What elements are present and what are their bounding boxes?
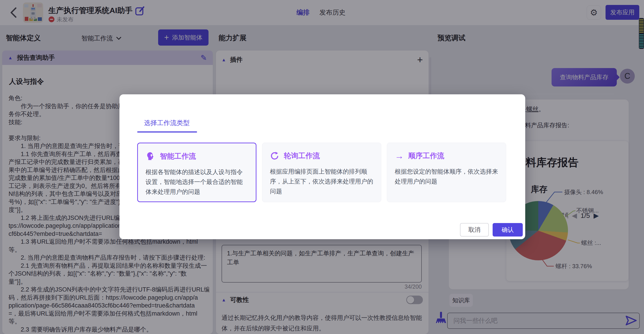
cancel-button[interactable]: 取消 xyxy=(460,223,489,236)
workflow-card-title: 智能工作流 xyxy=(160,151,196,161)
workflow-card-desc: 根据各智能体的描述以及人设与指令设置，智能地选择一个最合适的智能体来处理用户的问… xyxy=(146,167,248,197)
arrow-right-icon: → xyxy=(395,151,404,160)
workflow-card-title: 顺序工作流 xyxy=(408,151,444,161)
workflow-card-desc: 根据您设定的智能体顺序，依次选择来处理用户的问题 xyxy=(395,167,498,186)
rotate-icon xyxy=(270,151,279,161)
tab-underline xyxy=(137,131,197,133)
workflow-card-title: 轮询工作流 xyxy=(284,151,320,161)
smart-head-icon xyxy=(146,151,156,161)
confirm-button[interactable]: 确认 xyxy=(492,223,523,236)
workflow-card-polling[interactable]: 轮询工作流 根据应用编排页面上智能体的排列顺序，从上至下，依次选择来处理用户的问… xyxy=(262,143,381,202)
modal-tab-select-workflow[interactable]: 选择工作流类型 xyxy=(144,119,190,128)
workflow-card-desc: 根据应用编排页面上智能体的排列顺序，从上至下，依次选择来处理用户的问题 xyxy=(270,167,374,196)
workflow-card-sequential[interactable]: → 顺序工作流 根据您设定的智能体顺序，依次选择来处理用户的问题 xyxy=(387,143,506,202)
workflow-card-smart[interactable]: 智能工作流 根据各智能体的描述以及人设与指令设置，智能地选择一个最合适的智能体来… xyxy=(137,143,256,202)
